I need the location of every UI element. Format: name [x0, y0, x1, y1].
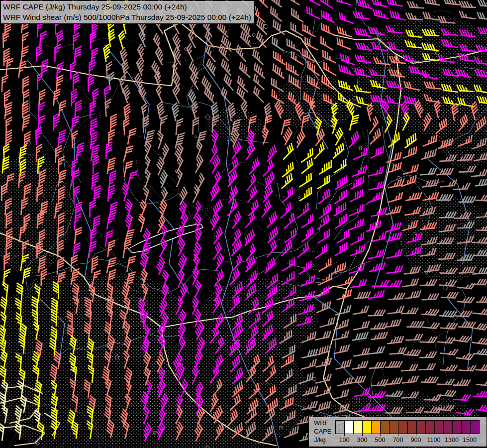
legend-tick-label: 100 [339, 437, 350, 444]
legend-label-wrf: WRF [314, 419, 331, 427]
legend-tick [344, 433, 345, 436]
legend-tick [434, 433, 434, 436]
legend-swatch-0 [336, 421, 344, 434]
cape-legend: WRF CAPE J/kg 10030050070090011001300150… [308, 417, 487, 447]
legend-tick [362, 433, 363, 436]
legend-tick [470, 433, 470, 436]
legend-label-unit: J/kg [314, 436, 331, 444]
legend-swatch-4 [371, 421, 380, 434]
legend-swatch-10 [425, 421, 434, 434]
legend-tick-label: 900 [411, 437, 421, 444]
legend-tick [398, 433, 398, 436]
legend-swatch-9 [416, 421, 425, 434]
legend-tick-label: 300 [357, 437, 368, 444]
legend-swatch-3 [362, 421, 371, 434]
legend-tick-label: 1300 [445, 437, 459, 444]
legend-swatch-12 [443, 421, 452, 434]
legend-swatch-2 [353, 421, 362, 434]
legend-swatch-15 [470, 421, 479, 434]
legend-tick [380, 433, 381, 436]
weather-map-frame: WRF CAPE (J/kg) Thursday 25-09-2025 00:0… [0, 0, 487, 448]
legend-swatch-1 [344, 421, 353, 434]
map-canvas [0, 0, 487, 448]
legend-tick [452, 433, 452, 436]
legend-swatch-7 [398, 421, 407, 434]
legend-swatch-5 [380, 421, 389, 434]
legend-tick-label: 1500 [463, 437, 477, 444]
legend-swatch-14 [461, 421, 470, 434]
legend-colorbar [335, 420, 480, 434]
title-box: WRF CAPE (J/kg) Thursday 25-09-2025 00:0… [0, 0, 255, 24]
legend-tick-label: 700 [393, 437, 403, 444]
legend-tick-label: 500 [375, 437, 386, 444]
legend-tick [416, 433, 416, 436]
legend-swatch-11 [434, 421, 443, 434]
legend-label-column: WRF CAPE J/kg [314, 419, 331, 444]
legend-label-cape: CAPE [314, 427, 331, 436]
legend-swatch-6 [389, 421, 398, 434]
legend-tick-label: 1100 [427, 437, 441, 444]
legend-swatch-8 [407, 421, 416, 434]
title-line-shear: WRF Wind shear (m/s) 500/1000hPa Thursda… [3, 12, 251, 22]
title-line-cape: WRF CAPE (J/kg) Thursday 25-09-2025 00:0… [3, 1, 251, 12]
legend-swatch-13 [452, 421, 461, 434]
